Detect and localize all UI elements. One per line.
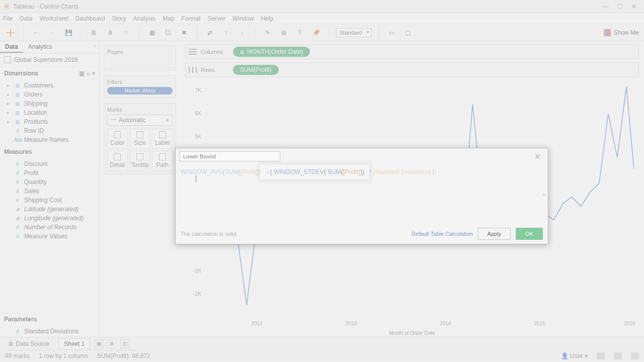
duplicate-button[interactable]: ⿻ xyxy=(163,27,174,38)
save-button[interactable]: 💾 xyxy=(63,27,74,38)
field-std-dev[interactable]: #Standard Deviations xyxy=(0,327,99,336)
apply-button[interactable]: Apply xyxy=(478,228,511,240)
new-datasource-button[interactable]: 🗎 xyxy=(89,27,100,38)
columns-icon xyxy=(189,49,197,55)
close-window-button[interactable]: ✕ xyxy=(627,3,641,10)
pin-button[interactable]: 📌 xyxy=(310,27,321,38)
field-sales[interactable]: #Sales xyxy=(0,187,99,196)
tableau-icon[interactable] xyxy=(5,27,16,38)
view-icon[interactable]: ▦ xyxy=(79,70,85,77)
menu-window[interactable]: Window xyxy=(232,15,254,22)
marks-type-selector[interactable]: 〰Automatic xyxy=(107,115,173,126)
marks-path[interactable]: Path xyxy=(152,151,173,171)
calc-name-input[interactable] xyxy=(180,151,280,161)
menu-file[interactable]: File xyxy=(3,15,13,22)
menu-format[interactable]: Format xyxy=(182,15,201,22)
datasource-item[interactable]: Global Superstore 2016 xyxy=(0,53,99,67)
cards-button[interactable]: ▭ xyxy=(386,27,397,38)
window-titlebar: Tableau - Control Charts — ☐ ✕ xyxy=(0,0,644,13)
tab-data[interactable]: Data xyxy=(0,41,23,53)
field-longitude[interactable]: ⊕Longitude (generated) xyxy=(0,214,99,223)
field-num-records[interactable]: #Number of Records xyxy=(0,223,99,232)
new-story-button[interactable]: ◫ xyxy=(120,339,129,348)
maximize-button[interactable]: ☐ xyxy=(613,3,627,10)
expand-icon[interactable]: ▸ xyxy=(543,191,546,198)
menu-data[interactable]: Data xyxy=(20,15,32,22)
fit-selector[interactable]: Standard xyxy=(336,28,372,37)
sheet-tabs: 🗎 Data Source Sheet 1 ▦ ⊞ ◫ xyxy=(0,337,644,350)
filters-card[interactable]: Filters Market: Africa xyxy=(104,75,176,98)
default-table-calc-link[interactable]: Default Table Calculation xyxy=(412,231,472,237)
search-icon[interactable]: ⌕ xyxy=(87,70,90,77)
menu-icon[interactable]: ▾ xyxy=(92,70,95,77)
new-sheet-button[interactable]: ▦ xyxy=(94,339,103,348)
size-icon xyxy=(136,131,143,138)
field-latitude[interactable]: ⊕Latitude (generated) xyxy=(0,205,99,214)
status-sum: SUM(Profit): 88,872 xyxy=(97,352,150,359)
parameters-header: Parameters xyxy=(0,313,99,326)
sort-desc-button[interactable]: ↓ xyxy=(236,27,248,38)
field-measure-names[interactable]: AbcMeasure Names xyxy=(0,135,99,144)
menu-worksheet[interactable]: Worksheet xyxy=(40,15,68,22)
marks-tooltip[interactable]: Tooltip xyxy=(130,151,150,171)
highlight-button[interactable]: ✎ xyxy=(262,27,273,38)
columns-shelf[interactable]: Columns ⊞MONTH(Order Date) xyxy=(185,44,639,59)
minimize-button[interactable]: — xyxy=(599,3,613,10)
field-quantity[interactable]: #Quantity xyxy=(0,177,99,187)
field-shipping-cost[interactable]: #Shipping Cost xyxy=(0,196,99,205)
show-me-icon xyxy=(604,29,611,36)
close-icon[interactable]: ✕ xyxy=(531,152,544,161)
filter-pill-market[interactable]: Market: Africa xyxy=(107,87,173,95)
field-profit[interactable]: #Profit xyxy=(0,168,99,177)
marks-color[interactable]: Color xyxy=(107,129,128,149)
menu-server[interactable]: Server xyxy=(208,15,225,22)
new-dashboard-button[interactable]: ⊞ xyxy=(107,339,116,348)
show-me-button[interactable]: Show Me xyxy=(604,29,639,36)
field-orders[interactable]: ▸⊞Orders xyxy=(0,90,99,99)
tooltip-icon xyxy=(136,153,143,160)
sort-asc-button[interactable]: ↑ xyxy=(220,27,231,38)
status-view1[interactable] xyxy=(597,352,605,359)
text-button[interactable]: T xyxy=(294,27,305,38)
menu-story[interactable]: Story xyxy=(112,15,126,22)
pages-card[interactable]: Pages xyxy=(104,45,176,70)
field-discount[interactable]: #Discount xyxy=(0,159,99,168)
status-user[interactable]: 👤 User ▾ xyxy=(561,352,588,359)
refresh-button[interactable]: ⟳ xyxy=(121,27,132,38)
presentation-button[interactable]: ▢ xyxy=(403,27,414,38)
clear-button[interactable]: ✖ xyxy=(179,27,190,38)
data-pane: Data Analytics ÷ Global Superstore 2016 … xyxy=(0,41,100,337)
group-button[interactable]: ⊞ xyxy=(278,27,289,38)
menu-help[interactable]: Help xyxy=(261,15,274,22)
ok-button[interactable]: OK xyxy=(516,228,543,240)
status-view3[interactable] xyxy=(631,352,639,359)
calc-formula-editor[interactable]: WINDOW_AVG(SUM([Profit])) - ( WINDOW_STD… xyxy=(176,164,548,224)
field-products[interactable]: ▸⊞Products xyxy=(0,117,99,126)
new-worksheet-button[interactable]: ▦ xyxy=(146,27,157,38)
field-customers[interactable]: ▸⊞Customers xyxy=(0,81,99,90)
columns-pill[interactable]: ⊞MONTH(Order Date) xyxy=(233,47,310,57)
status-view2[interactable] xyxy=(614,352,622,359)
field-shipping[interactable]: ▸⊞Shipping xyxy=(0,99,99,108)
marks-card: Marks 〰Automatic Color Size Label Detail… xyxy=(104,103,176,174)
text-cursor xyxy=(196,175,196,183)
tab-sheet1[interactable]: Sheet 1 xyxy=(58,338,90,349)
menu-dashboard[interactable]: Dashboard xyxy=(75,15,105,22)
marks-size[interactable]: Size xyxy=(130,129,150,149)
menu-analysis[interactable]: Analysis xyxy=(133,15,156,22)
rows-shelf[interactable]: Rows SUM(Profit) xyxy=(185,62,639,77)
tab-datasource[interactable]: 🗎 Data Source xyxy=(3,339,54,349)
tab-options[interactable]: ÷ xyxy=(91,41,100,53)
field-location[interactable]: ▸⊞Location xyxy=(0,108,99,117)
field-rowid[interactable]: #Row ID xyxy=(0,126,99,135)
marks-detail[interactable]: Detail xyxy=(107,151,128,171)
back-button[interactable]: ← xyxy=(31,27,42,38)
field-measure-values[interactable]: #Measure Values xyxy=(0,232,99,241)
tab-analytics[interactable]: Analytics xyxy=(23,41,57,53)
marks-label[interactable]: Label xyxy=(152,129,173,149)
menu-map[interactable]: Map xyxy=(163,15,174,22)
pause-updates-button[interactable]: ⏸ xyxy=(105,27,116,38)
swap-button[interactable]: ⇄ xyxy=(204,27,215,38)
rows-pill[interactable]: SUM(Profit) xyxy=(233,65,279,75)
forward-button[interactable]: → xyxy=(47,27,58,38)
